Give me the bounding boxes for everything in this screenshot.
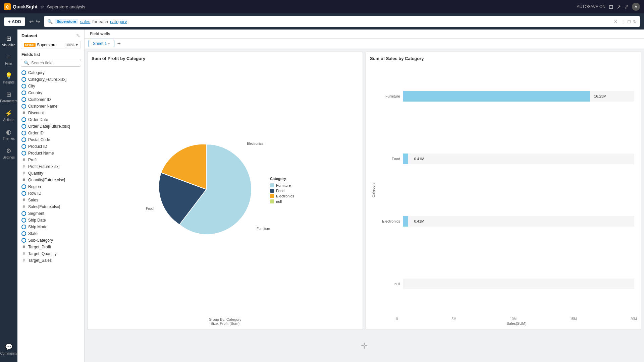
field-name: Target_Sales: [28, 258, 52, 263]
field-item[interactable]: Ship Mode: [17, 224, 84, 230]
search-field-link[interactable]: sales: [80, 19, 90, 24]
field-item[interactable]: #Sales[Future.xlsx]: [17, 203, 84, 210]
dim-field-icon: [21, 218, 26, 223]
sidebar-item-filter[interactable]: ≡ Filter: [0, 51, 17, 68]
edit-dataset-icon[interactable]: ✎: [76, 33, 80, 38]
sidebar-item-visualize[interactable]: ⊞ Visualize: [0, 32, 17, 50]
bar-row-food: Food 0.41M: [377, 154, 634, 164]
search-fields-box[interactable]: 🔍: [21, 59, 81, 67]
field-item[interactable]: #Quantity[Future.xlsx]: [17, 177, 84, 183]
search-refresh-icon[interactable]: ↻: [633, 19, 637, 24]
search-suggestion-icon[interactable]: ⊡: [627, 19, 631, 24]
autosave-label: AUTOSAVE ON: [577, 4, 605, 9]
field-item[interactable]: Product Name: [17, 150, 84, 157]
add-button[interactable]: + ADD: [4, 17, 25, 26]
field-item[interactable]: #Target_Quantity: [17, 250, 84, 257]
field-item[interactable]: Category[Future.xlsx]: [17, 76, 84, 83]
search-suffix: for each: [92, 19, 108, 24]
sidebar-item-community[interactable]: 💬 Community: [0, 341, 18, 358]
field-name: Sales: [28, 198, 38, 202]
dataset-selector[interactable]: SPICE Superstore 100% ▾: [21, 41, 81, 49]
field-item[interactable]: #Profit: [17, 157, 84, 163]
field-item[interactable]: Category: [17, 69, 84, 76]
search-fields-input[interactable]: [31, 61, 82, 65]
field-item[interactable]: #Profit[Future.xlsx]: [17, 163, 84, 170]
field-item[interactable]: Segment: [17, 210, 84, 217]
bar-rows-area: Furniture 16.23M Food: [377, 65, 637, 315]
dim-field-icon: [21, 184, 26, 189]
field-item[interactable]: #Sales: [17, 197, 84, 203]
field-name: City: [28, 84, 35, 88]
dataset-badge[interactable]: Superstore: [55, 19, 78, 24]
field-item[interactable]: Postal Code: [17, 136, 84, 143]
measure-field-icon: #: [21, 178, 26, 182]
field-item[interactable]: Customer Name: [17, 103, 84, 110]
field-item[interactable]: City: [17, 83, 84, 89]
dim-field-icon: [21, 211, 26, 216]
field-item[interactable]: #Target_Sales: [17, 257, 84, 264]
legend-label-food: Food: [276, 189, 284, 193]
dataset-dropdown-icon[interactable]: ▾: [76, 43, 78, 47]
field-name: Sub-Category: [28, 238, 53, 243]
bar-value-furniture: 16.23M: [594, 94, 606, 98]
sidebar-item-community-label: Community: [0, 352, 17, 355]
x-tick-5m: 5M: [452, 317, 457, 321]
field-item[interactable]: #Discount: [17, 110, 84, 116]
field-name: Order Date[Future.xlsx]: [28, 124, 70, 129]
field-item[interactable]: #Target_Profit: [17, 244, 84, 250]
star-icon[interactable]: ☆: [40, 4, 44, 9]
empty-canvas: ✛: [87, 333, 641, 359]
toolbar: + ADD ↩ ↪ 🔍 Superstore sales for each ca…: [0, 13, 644, 29]
dim-field-icon: [21, 77, 26, 82]
app-name: QuickSight: [13, 4, 38, 9]
share-icon[interactable]: ⊡: [609, 4, 613, 10]
field-item[interactable]: Product ID: [17, 143, 84, 150]
field-item[interactable]: State: [17, 230, 84, 237]
field-item[interactable]: Row ID: [17, 190, 84, 197]
field-item[interactable]: Region: [17, 183, 84, 190]
measure-field-icon: #: [21, 245, 26, 249]
field-item[interactable]: Order ID: [17, 130, 84, 136]
search-options-icon[interactable]: ⋮: [621, 19, 625, 24]
dataset-panel-title: Dataset: [21, 33, 37, 38]
dim-field-icon: [21, 124, 26, 129]
redo-button[interactable]: ↪: [36, 18, 40, 25]
field-item[interactable]: Order Date[Future.xlsx]: [17, 123, 84, 130]
field-item[interactable]: Order Date: [17, 116, 84, 123]
measure-field-icon: #: [21, 171, 26, 176]
field-item[interactable]: #Quantity: [17, 170, 84, 177]
search-bar[interactable]: 🔍 Superstore sales for each category ✕ ⋮…: [44, 16, 640, 27]
fullscreen-icon[interactable]: ⤢: [624, 4, 629, 10]
sidebar-item-settings[interactable]: ⚙ Settings: [0, 144, 17, 162]
sidebar-item-actions[interactable]: ⚡ Actions: [0, 107, 17, 124]
field-item[interactable]: Sub-Category: [17, 237, 84, 244]
field-name: Region: [28, 184, 41, 189]
spice-badge: SPICE: [24, 43, 36, 47]
bar-chart-inner: Category Furniture 16.23M: [370, 64, 637, 316]
export-icon[interactable]: ↗: [616, 4, 621, 10]
dim-field-icon: [21, 104, 26, 109]
search-fields-icon: 🔍: [24, 60, 29, 65]
dim-field-icon: [21, 97, 26, 102]
field-name: Order ID: [28, 131, 44, 135]
pie-label-furniture: Furniture: [257, 227, 270, 231]
field-item[interactable]: Country: [17, 89, 84, 96]
sidebar-item-insights[interactable]: 💡 Insights: [0, 69, 17, 87]
sheet-dropdown-icon[interactable]: ▾: [108, 42, 110, 46]
sheet-tab-1[interactable]: Sheet 1 ▾: [89, 40, 114, 47]
search-clear-button[interactable]: ✕: [614, 19, 618, 24]
actions-icon: ⚡: [5, 110, 12, 117]
field-name: Category: [28, 70, 45, 75]
undo-button[interactable]: ↩: [29, 18, 34, 25]
field-name: Ship Date: [28, 218, 46, 223]
legend-item-electronics: Electronics: [270, 194, 294, 198]
field-item[interactable]: Customer ID: [17, 96, 84, 103]
search-group-link[interactable]: category: [110, 19, 127, 24]
dim-field-icon: [21, 191, 26, 196]
sidebar-item-parameters[interactable]: ⊞ Parameters: [0, 88, 17, 106]
field-item[interactable]: Ship Date: [17, 217, 84, 224]
sidebar-item-themes[interactable]: ◐ Themes: [0, 126, 17, 143]
add-sheet-button[interactable]: +: [117, 41, 121, 47]
field-name: Quantity[Future.xlsx]: [28, 178, 65, 182]
user-avatar[interactable]: A: [632, 3, 640, 11]
